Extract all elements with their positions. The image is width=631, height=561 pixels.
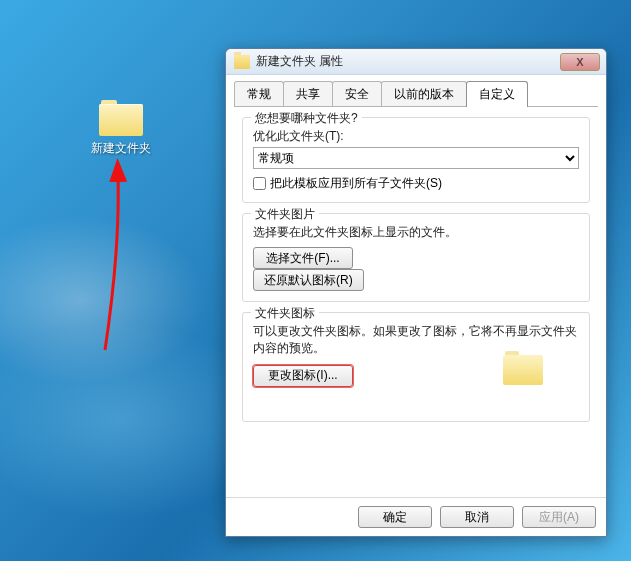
close-icon: X (576, 56, 583, 68)
tab-previous-versions[interactable]: 以前的版本 (381, 81, 467, 106)
tab-general[interactable]: 常规 (234, 81, 284, 106)
tabbar: 常规 共享 安全 以前的版本 自定义 (226, 75, 606, 106)
restore-default-icon-button[interactable]: 还原默认图标(R) (253, 269, 364, 291)
group-legend: 文件夹图标 (251, 305, 319, 322)
folder-picture-desc: 选择要在此文件夹图标上显示的文件。 (253, 224, 579, 241)
tab-customize[interactable]: 自定义 (466, 81, 528, 107)
tab-sharing[interactable]: 共享 (283, 81, 333, 106)
titlebar[interactable]: 新建文件夹 属性 X (226, 49, 606, 75)
apply-subfolders-label: 把此模板应用到所有子文件夹(S) (270, 175, 442, 192)
window-title: 新建文件夹 属性 (256, 53, 343, 70)
apply-subfolders-checkbox[interactable]: 把此模板应用到所有子文件夹(S) (253, 175, 579, 192)
folder-icon (99, 100, 143, 136)
optimize-dropdown[interactable]: 常规项 (253, 147, 579, 169)
apply-button[interactable]: 应用(A) (522, 506, 596, 528)
apply-subfolders-input[interactable] (253, 177, 266, 190)
close-button[interactable]: X (560, 53, 600, 71)
desktop-folder-label: 新建文件夹 (86, 140, 156, 157)
choose-file-button[interactable]: 选择文件(F)... (253, 247, 353, 269)
tab-security[interactable]: 安全 (332, 81, 382, 106)
cancel-button[interactable]: 取消 (440, 506, 514, 528)
group-folder-picture: 文件夹图片 选择要在此文件夹图标上显示的文件。 选择文件(F)... 还原默认图… (242, 213, 590, 302)
group-legend: 文件夹图片 (251, 206, 319, 223)
group-folder-type: 您想要哪种文件夹? 优化此文件夹(T): 常规项 把此模板应用到所有子文件夹(S… (242, 117, 590, 203)
optimize-label: 优化此文件夹(T): (253, 128, 579, 145)
ok-button[interactable]: 确定 (358, 506, 432, 528)
group-folder-icon: 文件夹图标 可以更改文件夹图标。如果更改了图标，它将不再显示文件夹内容的预览。 … (242, 312, 590, 422)
dialog-footer: 确定 取消 应用(A) (226, 497, 606, 536)
group-legend: 您想要哪种文件夹? (251, 110, 362, 127)
tab-content-customize: 您想要哪种文件夹? 优化此文件夹(T): 常规项 把此模板应用到所有子文件夹(S… (234, 106, 598, 497)
change-icon-button[interactable]: 更改图标(I)... (253, 365, 353, 387)
desktop-folder-icon[interactable]: 新建文件夹 (86, 100, 156, 157)
folder-icon (234, 55, 250, 69)
properties-dialog: 新建文件夹 属性 X 常规 共享 安全 以前的版本 自定义 您想要哪种文件夹? … (225, 48, 607, 537)
folder-icon-preview (503, 351, 543, 385)
